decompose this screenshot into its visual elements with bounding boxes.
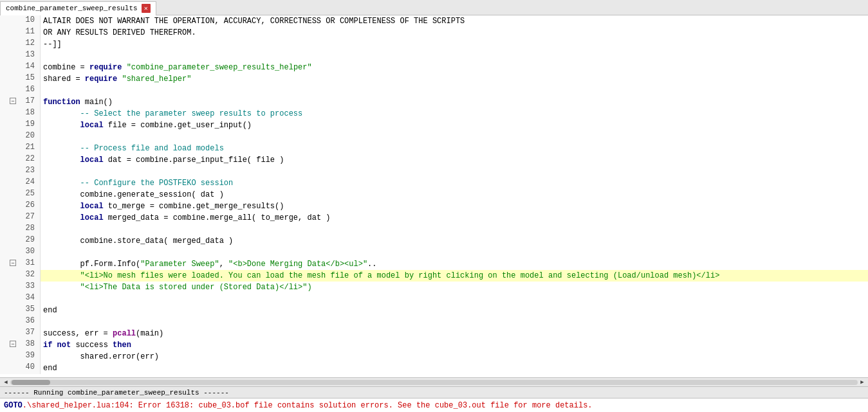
line-number: 29 bbox=[0, 235, 41, 247]
line-number: 13 bbox=[0, 50, 41, 62]
fold-button[interactable]: − bbox=[10, 260, 16, 266]
line-number: 40 bbox=[0, 363, 41, 374]
fold-button[interactable]: − bbox=[10, 98, 16, 104]
line-content[interactable]: pf.Form.Info("Parameter Sweep", "<b>Done… bbox=[41, 258, 869, 270]
table-row: 18 -- Select the parameter sweep results… bbox=[0, 108, 868, 120]
line-content[interactable]: shared = require "shared_helper" bbox=[41, 73, 869, 85]
table-row: 26 local to_merge = combine.get_merge_re… bbox=[0, 201, 868, 212]
scroll-track[interactable] bbox=[10, 380, 858, 385]
code-table: 10ALTAIR DOES NOT WARRANT THE OPERATION,… bbox=[0, 15, 868, 374]
table-row: 15shared = require "shared_helper" bbox=[0, 73, 868, 85]
error-bar: GOTO .\shared_helper.lua:104: Error 1631… bbox=[0, 398, 868, 412]
table-row: 32 "<li>No mesh files were loaded. You c… bbox=[0, 270, 868, 282]
table-row: 13 bbox=[0, 50, 868, 62]
table-row: 29 combine.store_data( merged_data ) bbox=[0, 235, 868, 247]
line-number: 11 bbox=[0, 27, 41, 39]
line-content[interactable]: if not success then bbox=[41, 339, 869, 351]
table-row: 35end bbox=[0, 305, 868, 316]
line-number: 10 bbox=[0, 15, 41, 27]
line-number: 14 bbox=[0, 62, 41, 73]
line-content[interactable]: local merged_data = combine.merge_all( t… bbox=[41, 212, 869, 224]
line-content[interactable] bbox=[41, 316, 869, 328]
line-number: 35 bbox=[0, 305, 41, 316]
line-content[interactable]: end bbox=[41, 305, 869, 316]
scroll-left-button[interactable]: ◀ bbox=[1, 378, 10, 387]
line-content[interactable]: "<li>No mesh files were loaded. You can … bbox=[41, 270, 869, 282]
table-row: 37success, err = pcall(main) bbox=[0, 328, 868, 339]
line-content[interactable]: -- Configure the POSTFEKO session bbox=[41, 177, 869, 189]
table-row: 23 bbox=[0, 166, 868, 177]
table-row: 19 local file = combine.get_user_input() bbox=[0, 120, 868, 131]
scroll-right-button[interactable]: ▶ bbox=[858, 378, 867, 387]
line-number: 12 bbox=[0, 39, 41, 50]
table-row: 40end bbox=[0, 363, 868, 374]
table-row: 14combine = require "combine_parameter_s… bbox=[0, 62, 868, 73]
line-content[interactable]: -- Select the parameter sweep results to… bbox=[41, 108, 869, 120]
table-row: 27 local merged_data = combine.merge_all… bbox=[0, 212, 868, 224]
status-text: ------ Running combine_parameter_sweep_r… bbox=[4, 389, 229, 397]
error-text: .\shared_helper.lua:104: Error 16318: cu… bbox=[23, 401, 593, 410]
scroll-thumb[interactable] bbox=[12, 380, 50, 385]
table-row: 16 bbox=[0, 85, 868, 96]
table-row: 33 "<li>The Data is stored under (Stored… bbox=[0, 282, 868, 293]
line-content[interactable] bbox=[41, 224, 869, 235]
error-prefix[interactable]: GOTO bbox=[4, 401, 23, 410]
line-content[interactable]: ALTAIR DOES NOT WARRANT THE OPERATION, A… bbox=[41, 15, 869, 27]
line-number: 23 bbox=[0, 166, 41, 177]
line-number: 30 bbox=[0, 247, 41, 258]
main-window: combine_parameter_sweep_results ✕ 10ALTA… bbox=[0, 0, 868, 412]
fold-button[interactable]: − bbox=[10, 341, 16, 347]
table-row: −38if not success then bbox=[0, 339, 868, 351]
line-content[interactable] bbox=[41, 247, 869, 258]
table-row: −17function main() bbox=[0, 96, 868, 108]
line-content[interactable] bbox=[41, 293, 869, 305]
line-number: 33 bbox=[0, 282, 41, 293]
line-number: 37 bbox=[0, 328, 41, 339]
line-number: 19 bbox=[0, 120, 41, 131]
line-number: 26 bbox=[0, 201, 41, 212]
status-bar: ------ Running combine_parameter_sweep_r… bbox=[0, 386, 868, 398]
line-content[interactable]: "<li>The Data is stored under (Stored Da… bbox=[41, 282, 869, 293]
line-number: 28 bbox=[0, 224, 41, 235]
line-number: 16 bbox=[0, 85, 41, 96]
line-content[interactable]: combine = require "combine_parameter_swe… bbox=[41, 62, 869, 73]
table-row: −31 pf.Form.Info("Parameter Sweep", "<b>… bbox=[0, 258, 868, 270]
line-content[interactable] bbox=[41, 85, 869, 96]
line-number: −38 bbox=[0, 339, 41, 351]
line-content[interactable] bbox=[41, 50, 869, 62]
line-content[interactable] bbox=[41, 166, 869, 177]
table-row: 11OR ANY RESULTS DERIVED THEREFROM. bbox=[0, 27, 868, 39]
tab-close-button[interactable]: ✕ bbox=[142, 4, 151, 13]
line-content[interactable]: local file = combine.get_user_input() bbox=[41, 120, 869, 131]
horizontal-scrollbar[interactable]: ◀ ▶ bbox=[0, 377, 868, 386]
line-number: 36 bbox=[0, 316, 41, 328]
line-content[interactable] bbox=[41, 131, 869, 143]
table-row: 24 -- Configure the POSTFEKO session bbox=[0, 177, 868, 189]
line-content[interactable]: OR ANY RESULTS DERIVED THEREFROM. bbox=[41, 27, 869, 39]
line-content[interactable]: function main() bbox=[41, 96, 869, 108]
table-row: 21 -- Process file and load models bbox=[0, 143, 868, 154]
table-row: 22 local dat = combine.parse_input_file(… bbox=[0, 154, 868, 166]
line-content[interactable]: end bbox=[41, 363, 869, 374]
code-area[interactable]: 10ALTAIR DOES NOT WARRANT THE OPERATION,… bbox=[0, 15, 868, 377]
line-number: 27 bbox=[0, 212, 41, 224]
tab-label: combine_parameter_sweep_results bbox=[6, 4, 138, 12]
line-content[interactable]: local dat = combine.parse_input_file( fi… bbox=[41, 154, 869, 166]
line-content[interactable]: -- Process file and load models bbox=[41, 143, 869, 154]
code-editor[interactable]: 10ALTAIR DOES NOT WARRANT THE OPERATION,… bbox=[0, 15, 868, 386]
line-number: 22 bbox=[0, 154, 41, 166]
line-number: 39 bbox=[0, 351, 41, 363]
line-content[interactable]: combine.store_data( merged_data ) bbox=[41, 235, 869, 247]
line-content[interactable]: local to_merge = combine.get_merge_resul… bbox=[41, 201, 869, 212]
line-number: −17 bbox=[0, 96, 41, 108]
line-content[interactable]: shared.error(err) bbox=[41, 351, 869, 363]
tab-bar: combine_parameter_sweep_results ✕ bbox=[0, 0, 868, 15]
line-number: 25 bbox=[0, 189, 41, 201]
tab-combine-parameter-sweep[interactable]: combine_parameter_sweep_results ✕ bbox=[0, 1, 156, 15]
line-content[interactable]: combine.generate_session( dat ) bbox=[41, 189, 869, 201]
line-content[interactable]: --]] bbox=[41, 39, 869, 50]
line-number: 21 bbox=[0, 143, 41, 154]
line-number: −31 bbox=[0, 258, 41, 270]
line-content[interactable]: success, err = pcall(main) bbox=[41, 328, 869, 339]
table-row: 30 bbox=[0, 247, 868, 258]
